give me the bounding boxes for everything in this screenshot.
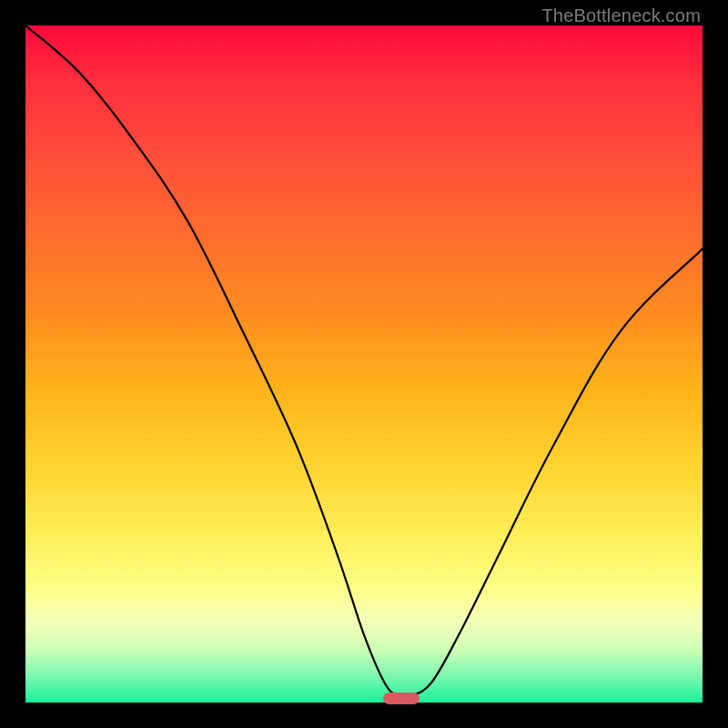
min-marker xyxy=(383,693,420,704)
bottleneck-curve-path xyxy=(25,25,703,698)
watermark-text: TheBottleneck.com xyxy=(541,5,701,26)
bottleneck-curve xyxy=(25,25,703,703)
chart-frame: TheBottleneck.com xyxy=(0,0,728,728)
plot-area xyxy=(25,25,703,703)
